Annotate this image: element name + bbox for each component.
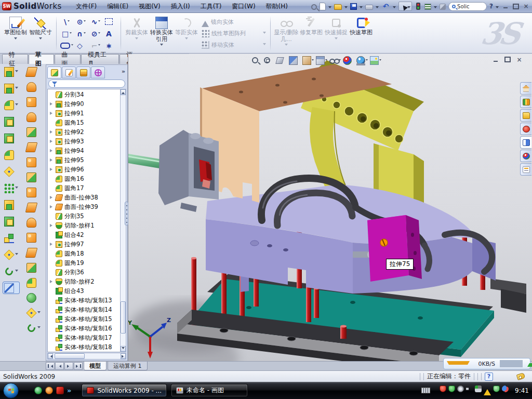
dropdown-caret[interactable]: [71, 44, 73, 47]
undo-icon[interactable]: ↶: [381, 2, 390, 10]
scroll-down-button[interactable]: [121, 346, 126, 352]
tree-item[interactable]: 实体-移动/复制17: [48, 333, 121, 342]
dropdown-caret[interactable]: [84, 32, 86, 35]
expander-icon[interactable]: [50, 149, 54, 152]
expander-icon[interactable]: [50, 196, 54, 199]
help-caret-icon[interactable]: [496, 6, 499, 10]
tree-item[interactable]: 拉伸90: [48, 99, 121, 109]
new-document-icon[interactable]: [320, 3, 326, 10]
new-caret-icon[interactable]: [328, 6, 331, 10]
zoom-to-fit-icon[interactable]: [251, 57, 261, 64]
tree-item[interactable]: 拉伸93: [48, 137, 121, 146]
expander-icon[interactable]: [50, 280, 54, 283]
menu-item[interactable]: 帮助(H): [261, 1, 292, 12]
expander-icon[interactable]: [50, 102, 54, 105]
print-caret-icon[interactable]: [376, 6, 379, 10]
doc-minimize-button[interactable]: [491, 56, 499, 63]
tray-volume-icon[interactable]: [466, 385, 473, 392]
surface-fillet-icon[interactable]: [26, 276, 41, 289]
tree-item[interactable]: 切除-放样1: [48, 221, 121, 230]
tree-item[interactable]: 分割34: [48, 90, 121, 99]
trim-surface-icon[interactable]: [26, 216, 41, 229]
select-caret-icon[interactable]: [407, 6, 410, 10]
doc-close-button[interactable]: ×: [515, 56, 523, 63]
apply-scene-icon[interactable]: [356, 56, 368, 65]
spline-tool[interactable]: ∿: [89, 16, 103, 28]
dropdown-caret[interactable]: [70, 32, 72, 35]
tab-mold-tools[interactable]: 模具工具: [81, 54, 119, 64]
featuremanager-tree-tab[interactable]: [47, 66, 61, 78]
tree-item[interactable]: 实体-移动/复制15: [48, 314, 121, 324]
rebuild-icon[interactable]: [416, 3, 420, 10]
dropdown-caret[interactable]: [15, 87, 18, 90]
dropdown-caret[interactable]: [285, 44, 288, 47]
tree-item[interactable]: 组合42: [48, 230, 121, 240]
tree-horizontal-scrollbar[interactable]: [47, 353, 126, 360]
previous-view-icon[interactable]: [275, 56, 287, 65]
filled-surface-icon[interactable]: [26, 171, 41, 183]
display-style-icon[interactable]: [316, 56, 327, 65]
reference-point-icon[interactable]: [4, 248, 18, 261]
linear-pattern-icon[interactable]: [4, 182, 18, 194]
revolved-surface-icon[interactable]: [26, 81, 41, 93]
propertymanager-tab[interactable]: [62, 66, 76, 78]
expander-icon[interactable]: [50, 205, 54, 208]
expander-icon[interactable]: [50, 158, 54, 162]
section-view-icon[interactable]: [289, 56, 300, 65]
tray-network-icon[interactable]: [475, 385, 482, 392]
undo-caret-icon[interactable]: [393, 6, 396, 10]
minimize-button[interactable]: [501, 3, 509, 10]
view-settings-icon[interactable]: [370, 56, 381, 65]
doc-restore-button[interactable]: [503, 56, 511, 63]
search-tab[interactable]: [520, 123, 531, 135]
sketch-fillet-tool[interactable]: ⌐: [89, 40, 103, 51]
dropdown-caret[interactable]: [263, 43, 266, 47]
menu-item[interactable]: 文件(F): [71, 1, 101, 12]
tab-sketch[interactable]: 草图: [29, 54, 55, 64]
hide-show-items-icon[interactable]: [329, 56, 341, 65]
dropdown-caret[interactable]: [15, 270, 18, 273]
dropdown-caret[interactable]: [98, 20, 100, 23]
dropdown-caret[interactable]: [37, 326, 41, 330]
sketch-button[interactable]: 草图绘制: [3, 15, 28, 52]
base-right-end-block[interactable]: [490, 278, 526, 313]
untrim-surface-icon[interactable]: [26, 231, 41, 244]
previous-tab-button[interactable]: [55, 362, 64, 370]
file-explorer-tab[interactable]: [520, 109, 531, 122]
edit-appearance-icon[interactable]: [343, 56, 354, 65]
tray-sync-icon[interactable]: [502, 385, 509, 392]
dropdown-caret[interactable]: [366, 59, 368, 62]
next-tab-button[interactable]: [64, 362, 73, 370]
chamfer-icon[interactable]: [4, 115, 18, 128]
dropdown-caret[interactable]: [185, 37, 188, 41]
rib-icon[interactable]: [4, 198, 18, 211]
scroll-right-button[interactable]: [121, 353, 126, 359]
scroll-left-button[interactable]: [48, 353, 53, 359]
move-copy-body-icon[interactable]: [4, 232, 18, 244]
messenger-quicklaunch-icon[interactable]: [34, 387, 42, 394]
short-pin[interactable]: [340, 325, 347, 339]
keyboard-layout-icon[interactable]: [421, 388, 430, 393]
task-solidworks[interactable]: SolidWorks 2009 - ...: [82, 384, 167, 397]
dropdown-caret[interactable]: [312, 59, 314, 62]
tray-security-alert-icon[interactable]: [440, 385, 446, 392]
tree-item[interactable]: 圆角17: [48, 183, 121, 193]
dropdown-caret[interactable]: [15, 70, 18, 74]
tree-item[interactable]: 圆角16: [48, 174, 121, 183]
tag-icon[interactable]: [516, 373, 526, 380]
tab-surfaces[interactable]: 曲面: [55, 54, 81, 64]
dropdown-caret[interactable]: [15, 187, 18, 190]
corner-rectangle-tool[interactable]: □: [60, 28, 74, 39]
menu-item[interactable]: 工具(T): [196, 1, 227, 12]
menu-item[interactable]: 视图(V): [134, 1, 165, 12]
expander-icon[interactable]: [50, 112, 54, 115]
tab-features[interactable]: 特征: [2, 54, 28, 64]
planar-surface-icon[interactable]: [26, 141, 41, 153]
display-delete-relations-button[interactable]: 显示/删除几...: [274, 15, 299, 52]
tray-update-icon[interactable]: [457, 385, 464, 392]
tree-item[interactable]: 拉伸97: [48, 240, 121, 249]
launcher-quicklaunch-icon[interactable]: [45, 387, 53, 394]
tree-item[interactable]: 实体-移动/复制16: [48, 324, 121, 333]
extruded-boss-icon[interactable]: [4, 65, 18, 78]
tree-item[interactable]: 曲面-拉伸39: [48, 202, 121, 211]
